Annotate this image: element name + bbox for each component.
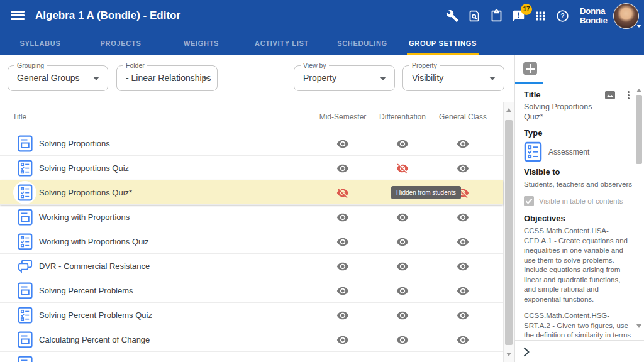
visibility-toggle-differentiation[interactable] [372,229,433,254]
visibility-toggle-general-class[interactable] [433,254,493,278]
chevron-down-icon [636,25,641,30]
panel-active-tab-underline [515,82,543,84]
activity-list: Solving Proportions Solving Proportions … [0,131,503,362]
tab-projects[interactable]: PROJECTS [80,31,161,55]
visibility-toggle-differentiation[interactable] [372,131,433,156]
app-header: Algebra 1 A (Bondie) - Editor 17 [0,0,644,31]
scroll-up-icon[interactable] [506,106,511,112]
property-select[interactable]: Property Visibility [402,65,504,91]
visibility-toggle-general-class[interactable] [433,303,493,327]
tab-weights[interactable]: WEIGHTS [161,31,242,55]
visibility-toggle-mid-semester[interactable] [313,278,373,303]
content-type-icon [18,233,33,250]
visibility-toggle-differentiation[interactable] [372,205,433,229]
scroll-down-icon[interactable] [506,353,511,359]
wrench-icon [446,9,459,23]
row-title: Working with Proportions [39,205,130,229]
apps-grid-button[interactable] [533,8,548,23]
visibility-toggle-general-class[interactable] [433,156,493,180]
more-options-button[interactable] [625,90,632,100]
visibility-toggle-general-class[interactable] [433,327,493,352]
visibility-toggle-mid-semester[interactable] [313,180,373,205]
avatar[interactable] [613,3,639,29]
objective-text: CCSS.Math.Content.HSG-SRT.A.2 - Given tw… [524,311,632,341]
panel-footer [515,340,644,362]
scrollbar-thumb[interactable] [505,120,513,345]
visibility-toggle-mid-semester[interactable] [313,327,373,352]
table-row[interactable]: Solving Proportions Quiz [0,156,503,180]
caret-down-icon [489,77,496,84]
tab-activity-list[interactable]: ACTIVITY LIST [242,31,322,55]
svg-text:?: ? [560,12,564,19]
row-title: DVR - Commercial Resistance [39,254,150,278]
column-header-title: Title [13,112,26,121]
visibility-toggle-general-class[interactable] [433,229,493,254]
table-row[interactable] [0,352,503,362]
clipboard-button[interactable] [489,8,504,23]
tab-group-settings[interactable]: GROUP SETTINGS [402,31,483,55]
scroll-down-icon[interactable] [636,324,641,331]
course-tabs: SYLLABUS PROJECTS WEIGHTS ACTIVITY LIST … [0,31,644,55]
visibility-icon [457,334,469,346]
visibility-icon [336,260,349,273]
toc-checkbox-label: Visible in table of contents [539,197,623,205]
content-type-icon [18,307,33,324]
title-field-label: Title [524,90,541,100]
visibility-icon [457,236,469,248]
visibility-toggle-differentiation[interactable] [372,156,433,180]
table-row[interactable]: Calculating Percent of Change [0,327,503,352]
panel-body: Title Solving Proportions Quiz* Type Ass… [524,90,632,341]
toc-visibility-checkbox[interactable]: Visible in table of contents [524,196,632,206]
visibility-toggle-mid-semester[interactable] [313,229,373,254]
visibility-toggle-mid-semester[interactable] [313,205,373,229]
details-panel: Title Solving Proportions Quiz* Type Ass… [514,55,644,362]
panel-scrollbar[interactable] [635,85,643,332]
visibility-toggle-mid-semester[interactable] [313,131,373,156]
notification-badge: 17 [521,4,532,15]
content-type-icon [18,356,33,362]
folder-select[interactable]: Folder - Linear Relationships [116,65,218,91]
tab-scheduling[interactable]: SCHEDULING [322,31,402,55]
table-row[interactable]: DVR - Commercial Resistance [0,254,503,278]
tab-syllabus[interactable]: SYLLABUS [0,31,80,55]
visibility-toggle-differentiation[interactable] [372,254,433,278]
table-row[interactable]: Solving Proportions Quiz* Hidden from st… [0,180,503,205]
document-search-button[interactable] [467,8,482,23]
grouping-select[interactable]: Grouping General Groups [8,65,108,91]
visibility-toggle-general-class[interactable] [433,131,493,156]
visibility-icon [457,285,469,297]
help-icon: ? [556,9,569,23]
visibility-toggle-mid-semester[interactable] [313,303,373,327]
table-row[interactable]: Working with Proportions Quiz [0,229,503,254]
table-row[interactable]: Working with Proportions [0,205,503,229]
notifications-button[interactable]: 17 [511,8,526,23]
visibility-toggle-differentiation[interactable] [372,303,433,327]
table-row[interactable]: Solving Proportions [0,131,503,156]
user-menu[interactable]: Donna Bondie [580,3,639,29]
table-row[interactable]: Solving Percent Problems [0,278,503,303]
collapse-panel-button[interactable] [519,344,534,359]
apps-grid-icon [534,9,547,23]
row-title: Calculating Percent of Change [39,327,150,352]
scroll-up-icon[interactable] [636,86,641,92]
scrollbar-thumb[interactable] [636,95,642,164]
content-type-icon [18,209,33,226]
visibility-toggle-differentiation[interactable] [372,327,433,352]
panel-settings-tab[interactable] [523,62,537,75]
visibility-toggle-general-class[interactable] [433,205,493,229]
main-scrollbar[interactable] [503,102,514,362]
table-header-divider [0,129,503,129]
property-select-label: Property [409,62,440,70]
visibility-toggle-mid-semester[interactable] [313,156,373,180]
table-row[interactable]: Solving Percent Problems Quiz [0,303,503,327]
help-button[interactable]: ? [555,8,570,23]
image-icon[interactable] [605,90,615,100]
header-actions: 17 ? Donna [445,0,639,31]
visibility-toggle-differentiation[interactable] [372,278,433,303]
visibility-icon [336,334,349,346]
visibility-toggle-mid-semester[interactable] [313,254,373,278]
menu-icon[interactable] [10,9,25,23]
tools-button[interactable] [445,8,460,23]
view-by-select[interactable]: View by Property [294,65,395,91]
visibility-toggle-general-class[interactable] [433,278,493,303]
